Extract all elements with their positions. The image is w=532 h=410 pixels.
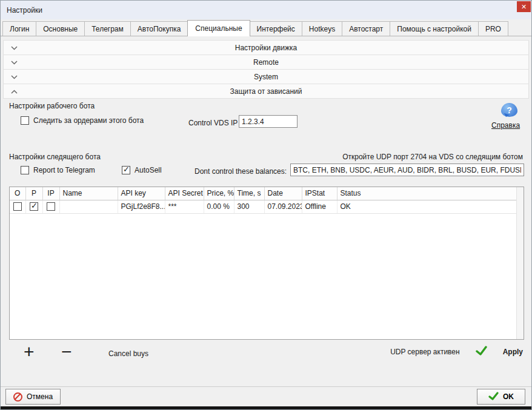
tab-interfeys[interactable]: Интерфейс xyxy=(250,21,302,36)
cell-date: 07.09.2023 xyxy=(264,200,302,213)
section-label: Защита от зависаний xyxy=(230,87,302,96)
ok-button[interactable]: OK xyxy=(477,389,525,405)
follow-orders-checkbox-row[interactable]: Следить за ордерами этого бота xyxy=(21,116,144,125)
column-header-ipstat[interactable]: IPStat xyxy=(302,187,337,200)
chevron-down-icon xyxy=(11,61,18,65)
follow-orders-label: Следить за ордерами этого бота xyxy=(33,116,144,125)
section-label: System xyxy=(254,73,278,81)
section-header-hang-protection[interactable]: Защита от зависаний xyxy=(3,84,529,99)
udp-active-check-icon xyxy=(476,346,487,357)
follow-orders-checkbox[interactable] xyxy=(21,116,29,125)
help-icon[interactable]: ? xyxy=(501,103,517,117)
column-header-api-key[interactable]: API key xyxy=(118,187,165,200)
ok-check-icon xyxy=(488,392,499,402)
section-header-system[interactable]: System xyxy=(3,69,529,84)
table-header-row: O P IP Name API key API Secret Price, % … xyxy=(10,187,516,200)
row-p-checkbox[interactable] xyxy=(30,202,38,211)
bottom-edge xyxy=(1,406,531,409)
cell-api-secret: *** xyxy=(165,200,204,213)
chevron-down-icon xyxy=(11,46,18,50)
column-header-time[interactable]: Time, s xyxy=(234,187,264,200)
cell-name xyxy=(59,200,118,213)
footer-bar: Отмена OK xyxy=(1,386,531,406)
working-bot-group-label: Настройки рабочего бота xyxy=(9,102,95,110)
tab-pro[interactable]: PRO xyxy=(478,21,508,36)
chevron-up-icon xyxy=(11,90,18,94)
balances-label: Dont control these balances: xyxy=(195,167,287,176)
close-icon: ✕ xyxy=(521,4,527,10)
column-header-date[interactable]: Date xyxy=(264,187,302,200)
remove-row-button[interactable]: − xyxy=(61,343,72,361)
help-link[interactable]: Справка xyxy=(491,121,520,130)
column-header-ip[interactable]: IP xyxy=(42,187,59,200)
udp-port-hint: Откройте UDP порт 2704 на VDS со следящи… xyxy=(342,153,523,161)
section-label: Remote xyxy=(253,58,279,67)
cell-api-key: PGjLf2e8F8... xyxy=(118,200,165,213)
apply-button[interactable]: Apply xyxy=(503,348,523,356)
row-o-checkbox[interactable] xyxy=(13,202,22,211)
column-header-o[interactable]: O xyxy=(10,187,25,200)
row-ip-checkbox[interactable] xyxy=(47,202,55,211)
cell-ipstat: Offline xyxy=(302,200,337,213)
tab-hotkeys[interactable]: Hotkeys xyxy=(302,21,342,36)
settings-window: Настройки ✕ Логин Основные Телеграм Авто… xyxy=(0,0,532,410)
tab-pomosch-s-nastroykoy[interactable]: Помощь с настройкой xyxy=(390,21,479,36)
cell-status: OK xyxy=(337,200,516,213)
balances-input[interactable] xyxy=(290,164,524,176)
cell-price: 0.00 % xyxy=(204,200,234,213)
cancel-icon xyxy=(13,392,22,402)
tab-telegram[interactable]: Телеграм xyxy=(84,21,131,36)
section-label: Настройки движка xyxy=(235,44,297,52)
help-question-glyph: ? xyxy=(507,105,512,115)
tab-bar: Логин Основные Телеграм АвтоПокупка Спец… xyxy=(1,19,531,36)
report-telegram-checkbox[interactable] xyxy=(21,166,29,174)
tab-avtostart[interactable]: Автостарт xyxy=(342,21,390,36)
tab-avtopokupka[interactable]: АвтоПокупка xyxy=(130,21,188,36)
bots-table: O P IP Name API key API Secret Price, % … xyxy=(9,187,524,340)
tab-login[interactable]: Логин xyxy=(2,21,36,36)
column-header-name[interactable]: Name xyxy=(59,187,118,200)
tab-osnovnye[interactable]: Основные xyxy=(36,21,85,36)
chevron-down-icon xyxy=(11,75,18,79)
cancel-buys-button[interactable]: Cancel buys xyxy=(108,349,148,358)
close-button[interactable]: ✕ xyxy=(517,1,531,12)
cancel-button[interactable]: Отмена xyxy=(5,389,61,405)
apply-row: UDP сервер активен Apply xyxy=(390,346,523,357)
control-vds-ip-label: Control VDS IP xyxy=(188,119,238,127)
tab-specialnye[interactable]: Специальные xyxy=(187,20,250,36)
column-header-status[interactable]: Status xyxy=(337,187,516,200)
autosell-label: AutoSell xyxy=(135,166,162,174)
table-scrollbar[interactable] xyxy=(516,187,524,339)
column-header-p[interactable]: P xyxy=(25,187,42,200)
column-header-api-secret[interactable]: API Secret xyxy=(165,187,204,200)
udp-server-status: UDP сервер активен xyxy=(390,348,460,356)
control-vds-ip-input[interactable] xyxy=(239,115,298,128)
column-header-price[interactable]: Price, % xyxy=(204,187,234,200)
add-row-button[interactable]: + xyxy=(24,343,35,361)
table-row[interactable]: PGjLf2e8F8... *** 0.00 % 300 07.09.2023 … xyxy=(10,200,516,213)
report-telegram-checkbox-row[interactable]: Report to Telegram xyxy=(21,166,95,174)
title-bar[interactable]: Настройки ✕ xyxy=(1,1,531,19)
autosell-checkbox-row[interactable]: AutoSell xyxy=(122,166,162,174)
ok-button-label: OK xyxy=(503,392,514,401)
cell-time: 300 xyxy=(234,200,264,213)
section-header-remote[interactable]: Remote xyxy=(3,55,529,70)
hang-protection-panel: Настройки рабочего бота Следить за ордер… xyxy=(1,99,531,386)
section-header-engine[interactable]: Настройки движка xyxy=(3,40,529,55)
window-title: Настройки xyxy=(7,6,42,15)
report-telegram-label: Report to Telegram xyxy=(33,166,95,174)
follower-bot-group-label: Настройки следящего бота xyxy=(9,153,101,161)
autosell-checkbox[interactable] xyxy=(122,166,130,174)
cancel-button-label: Отмена xyxy=(27,392,53,401)
accordion: Настройки движка Remote System Защита от… xyxy=(3,40,529,99)
